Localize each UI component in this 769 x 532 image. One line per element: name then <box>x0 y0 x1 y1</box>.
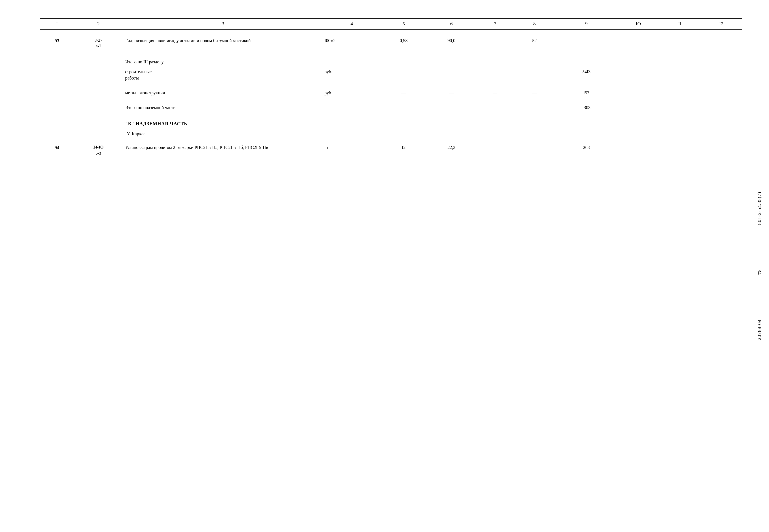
ug-v10 <box>618 103 659 112</box>
ug-c2 <box>73 103 123 112</box>
stroy-v11 <box>659 67 700 82</box>
row-94-val12 <box>701 143 742 157</box>
metal-v11 <box>659 88 700 97</box>
subtotal-header-rest <box>323 55 742 67</box>
main-table: I 2 3 4 5 6 7 8 9 IO II I2 93 8-27 <box>40 18 742 158</box>
header-col6: 6 <box>427 18 476 29</box>
row-93-val7 <box>476 36 514 51</box>
table-row-93: 93 8-27 4-7 Гидроизоляция швов между лот… <box>40 36 742 51</box>
spacer-2 <box>40 51 742 55</box>
row-93-val10 <box>618 36 659 51</box>
metal-v6: — <box>427 88 476 97</box>
top-side-label: 801-2-54.85(7) <box>756 192 762 225</box>
ug-v12 <box>701 103 742 112</box>
row-93-qty: 0,58 <box>381 36 427 51</box>
metal-v10 <box>618 88 659 97</box>
row-93-num: 93 <box>40 36 73 51</box>
row-93-unit: I00м2 <box>323 36 381 51</box>
header-col4: 4 <box>323 18 381 29</box>
spacer-5 <box>40 112 742 118</box>
iv-c1 <box>40 128 73 138</box>
metal-v5: — <box>381 88 427 97</box>
row-93-desc: Гидроизоляция швов между лотками и полом… <box>123 36 323 51</box>
row-93-val8: 52 <box>514 36 555 51</box>
stroy-v10 <box>618 67 659 82</box>
row-93-val12 <box>701 36 742 51</box>
header-col2: 2 <box>73 18 123 29</box>
row-94-val9: 268 <box>555 143 618 157</box>
row-94-qty: I2 <box>381 143 427 157</box>
row-94-val7 <box>476 143 514 157</box>
row-93-val9 <box>555 36 618 51</box>
row-94-unit: шт <box>323 143 381 157</box>
metal-v7: — <box>476 88 514 97</box>
sec-b-desc: "Б" НАДЗЕМНАЯ ЧАСТЬ <box>123 118 323 128</box>
subtotal-header-row: Итого по III разделу <box>40 55 742 67</box>
header-col3: 3 <box>123 18 323 29</box>
row-94-num: 94 <box>40 143 73 157</box>
stroy-v8: — <box>514 67 555 82</box>
stroy-v7: — <box>476 67 514 82</box>
ug-v7 <box>476 103 514 112</box>
header-col7: 7 <box>476 18 514 29</box>
ug-v5 <box>381 103 427 112</box>
stroy-v12 <box>701 67 742 82</box>
row-metal: металлоконструкции руб. — — — — I57 <box>40 88 742 97</box>
stroy-desc: строительныеработы <box>123 67 323 82</box>
header-col1: I <box>40 18 73 29</box>
header-col12: I2 <box>701 18 742 29</box>
metal-v8: — <box>514 88 555 97</box>
row-94-val6: 22,3 <box>427 143 476 157</box>
subtotal-header-c1 <box>40 55 73 67</box>
ug-desc: Итого по подземной части <box>123 103 323 112</box>
sec-b-c1 <box>40 118 73 128</box>
ug-v11 <box>659 103 700 112</box>
ug-v6 <box>427 103 476 112</box>
stroy-c1 <box>40 67 73 82</box>
side-labels: 801-2-54.85(7) 34 20788-04 <box>756 0 762 532</box>
row-94-ref: I4-IO 5-3 <box>73 143 123 157</box>
row-93-val11 <box>659 36 700 51</box>
row-94-val8 <box>514 143 555 157</box>
stroy-unit: руб. <box>323 67 381 82</box>
iv-desc: IУ. Каркас <box>123 128 323 138</box>
stroy-v5: — <box>381 67 427 82</box>
iv-rest <box>323 128 742 138</box>
metal-v9: I57 <box>555 88 618 97</box>
row-stroy: строительныеработы руб. — — — — 54I3 <box>40 67 742 82</box>
row-94-desc: Установка рам пролетом 2I м марки РПС2I-… <box>123 143 323 157</box>
table-row-94: 94 I4-IO 5-3 Установка рам пролетом 2I м… <box>40 143 742 157</box>
page-number: 34 <box>756 270 762 275</box>
row-94-val11 <box>659 143 700 157</box>
spacer-6 <box>40 138 742 143</box>
ug-unit <box>323 103 381 112</box>
header-col11: II <box>659 18 700 29</box>
metal-v12 <box>701 88 742 97</box>
row-94-val10 <box>618 143 659 157</box>
subtotal-header-c3: Итого по III разделу <box>123 55 323 67</box>
header-col8: 8 <box>514 18 555 29</box>
spacer-1 <box>40 29 742 36</box>
stroy-c2 <box>73 67 123 82</box>
metal-unit: руб. <box>323 88 381 97</box>
spacer-4 <box>40 97 742 103</box>
subtotal-header-c2 <box>73 55 123 67</box>
header-col9: 9 <box>555 18 618 29</box>
bottom-side-label: 20788-04 <box>756 319 762 340</box>
sec-b-c2 <box>73 118 123 128</box>
row-93-ref: 8-27 4-7 <box>73 36 123 51</box>
metal-c2 <box>73 88 123 97</box>
header-col10: IO <box>618 18 659 29</box>
row-93-val6: 90,0 <box>427 36 476 51</box>
row-section-b-header: "Б" НАДЗЕМНАЯ ЧАСТЬ <box>40 118 742 128</box>
ug-v8 <box>514 103 555 112</box>
header-col5: 5 <box>381 18 427 29</box>
row-section-iv: IУ. Каркас <box>40 128 742 138</box>
metal-desc: металлоконструкции <box>123 88 323 97</box>
page-container: 801-2-54.85(7) 34 20788-04 I 2 3 4 5 <box>0 0 769 532</box>
stroy-v9: 54I3 <box>555 67 618 82</box>
ug-v9: I303 <box>555 103 618 112</box>
ug-c1 <box>40 103 73 112</box>
metal-c1 <box>40 88 73 97</box>
sec-b-rest <box>323 118 742 128</box>
